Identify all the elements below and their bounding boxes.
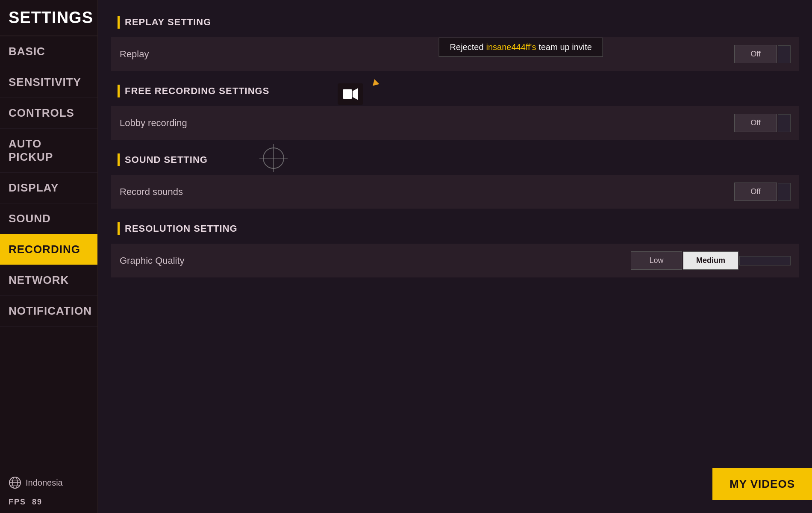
section-sound: SOUND SETTINGRecord soundsOff [111, 148, 799, 209]
toggle-stub-replay-0 [778, 45, 791, 63]
sidebar: SETTINGS BASICSENSITIVITYCONTROLSAUTO PI… [0, 0, 98, 513]
sidebar-item-notification[interactable]: NOTIFICATION [0, 296, 97, 327]
setting-control-free-recording-0: Off [734, 114, 791, 132]
sidebar-item-controls[interactable]: CONTROLS [0, 98, 97, 129]
notification-text-after: team up invite [538, 42, 592, 52]
section-resolution: RESOLUTION SETTINGGraphic QualityLowMedi… [111, 217, 799, 277]
quality-btn-low[interactable]: Low [631, 251, 682, 270]
section-title-free-recording: FREE RECORDING SETTINGS [125, 86, 269, 97]
section-accent-bar [118, 16, 120, 29]
sidebar-item-sensitivity[interactable]: SENSITIVITY [0, 67, 97, 98]
setting-row-sound-0: Record soundsOff [111, 175, 799, 209]
language-section: Indonesia [0, 470, 97, 495]
setting-label-replay-0: Replay [120, 49, 149, 60]
section-header-free-recording: FREE RECORDING SETTINGS [111, 80, 799, 103]
setting-label-sound-0: Record sounds [120, 186, 183, 198]
globe-icon [9, 476, 21, 489]
toggle-off-sound-0[interactable]: Off [734, 183, 777, 201]
setting-control-resolution-0: LowMedium [631, 251, 791, 270]
sidebar-item-recording[interactable]: RECORDING [0, 234, 97, 265]
section-accent-bar [118, 85, 120, 97]
section-title-sound: SOUND SETTING [125, 154, 208, 165]
notification-username: insane444ff's [486, 42, 536, 52]
toggle-off-free-recording-0[interactable]: Off [734, 114, 777, 132]
notification-text-before: Rejected [450, 42, 484, 52]
toggle-stub-sound-0 [778, 183, 791, 201]
svg-rect-5 [343, 89, 352, 99]
svg-marker-6 [353, 88, 358, 100]
main-content: Rejected insane444ff's team up invite RE… [98, 0, 812, 513]
crosshair-overlay [263, 147, 284, 169]
sidebar-item-sound[interactable]: SOUND [0, 203, 97, 234]
recording-icon-overlay [338, 83, 363, 105]
notification-banner: Rejected insane444ff's team up invite [439, 38, 603, 57]
section-free-recording: FREE RECORDING SETTINGSLobby recordingOf… [111, 80, 799, 140]
section-accent-bar [118, 153, 120, 166]
quality-btn-high[interactable] [739, 256, 791, 265]
section-header-replay: REPLAY SETTING [111, 11, 799, 34]
sidebar-item-basic[interactable]: BASIC [0, 36, 97, 67]
app-title: SETTINGS [0, 0, 97, 36]
fps-display: FPS 89 [0, 495, 97, 513]
section-title-resolution: RESOLUTION SETTING [125, 223, 238, 234]
sidebar-item-display[interactable]: DISPLAY [0, 173, 97, 203]
section-header-sound: SOUND SETTING [111, 148, 799, 171]
my-videos-button[interactable]: MY VIDEOS [712, 468, 812, 500]
toggle-stub-free-recording-0 [778, 114, 791, 132]
section-header-resolution: RESOLUTION SETTING [111, 217, 799, 240]
setting-label-free-recording-0: Lobby recording [120, 118, 187, 129]
setting-label-resolution-0: Graphic Quality [120, 255, 185, 266]
sidebar-item-auto-pickup[interactable]: AUTO PICKUP [0, 129, 97, 173]
toggle-off-replay-0[interactable]: Off [734, 45, 777, 63]
language-label: Indonesia [26, 478, 63, 488]
sidebar-item-network[interactable]: NETWORK [0, 265, 97, 296]
section-accent-bar [118, 222, 120, 235]
section-title-replay: REPLAY SETTING [125, 17, 211, 28]
setting-row-resolution-0: Graphic QualityLowMedium [111, 244, 799, 277]
setting-control-sound-0: Off [734, 183, 791, 201]
quality-btn-medium[interactable]: Medium [683, 251, 738, 270]
setting-row-free-recording-0: Lobby recordingOff [111, 106, 799, 140]
setting-control-replay-0: Off [734, 45, 791, 63]
